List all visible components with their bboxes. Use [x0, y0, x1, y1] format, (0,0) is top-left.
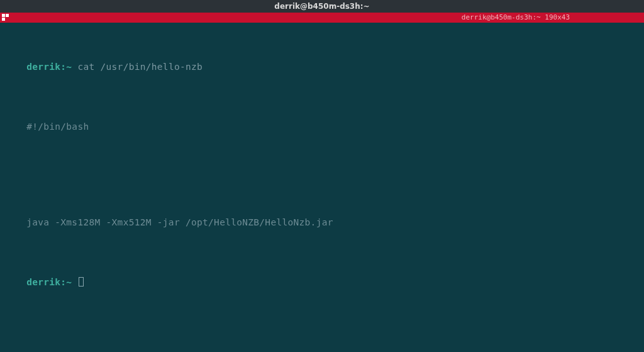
command-text: cat /usr/bin/hello-nzb	[77, 62, 203, 72]
window-titlebar[interactable]: derrik@b450m-ds3h:~	[0, 0, 644, 13]
window-title: derrik@b450m-ds3h:~	[274, 2, 369, 11]
blank-line	[4, 169, 640, 181]
svg-rect-0	[2, 14, 5, 17]
svg-rect-2	[2, 18, 5, 21]
tmux-session-info: derrik@b450m-ds3h:~ 190x43	[462, 13, 570, 23]
output-line: java -Xms128M -Xmx512M -jar /opt/HelloNZ…	[26, 217, 333, 227]
svg-rect-1	[6, 14, 9, 17]
pane-layout-icon	[2, 14, 9, 21]
output-line: #!/bin/bash	[26, 122, 89, 132]
cursor	[79, 277, 84, 287]
shell-prompt: derrik:~	[26, 62, 77, 72]
shell-prompt: derrik:~	[26, 277, 77, 287]
terminal-area[interactable]: derrik:~ cat /usr/bin/hello-nzb #!/bin/b…	[0, 23, 644, 315]
tmux-statusbar: derrik@b450m-ds3h:~ 190x43	[0, 13, 644, 23]
